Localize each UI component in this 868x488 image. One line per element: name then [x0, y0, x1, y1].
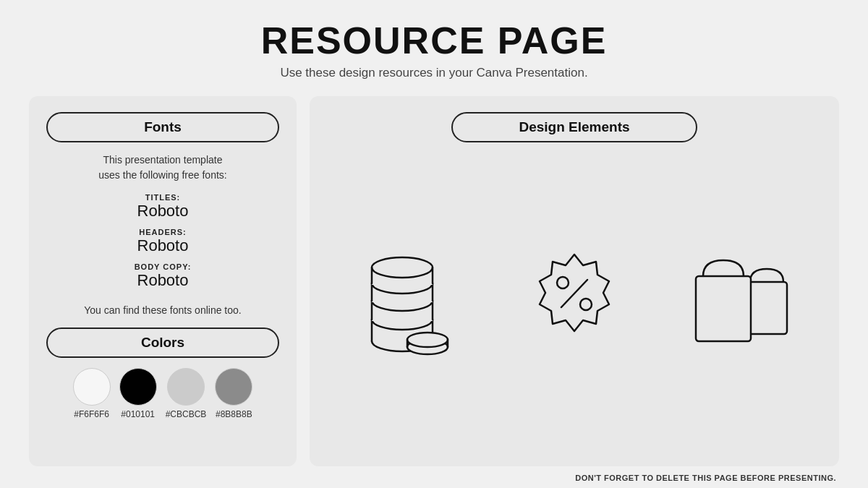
color-hex-2: #CBCBCB [166, 409, 207, 419]
font-entry-headers: HEADERS: Roboto [46, 228, 279, 255]
percent-badge-icon-container [492, 247, 657, 356]
svg-point-23 [580, 299, 592, 310]
page-header: RESOURCE PAGE Use these design resources… [0, 0, 868, 89]
font-entry-body: BODY COPY: Roboto [46, 262, 279, 290]
font-entry-titles: TITLES: Roboto [46, 193, 279, 221]
color-circle-1 [119, 368, 157, 406]
main-content: Fonts This presentation template uses th… [0, 96, 868, 466]
fonts-label: Fonts [46, 112, 279, 142]
footer-note-text: DON'T FORGET TO DELETE THIS PAGE BEFORE … [575, 474, 836, 482]
design-elements-label: Design Elements [451, 112, 697, 142]
colors-label: Colors [46, 328, 279, 358]
svg-rect-13 [372, 267, 433, 285]
fonts-online-note: You can find these fonts online too. [46, 304, 279, 316]
coins-icon [359, 247, 460, 356]
right-panel: Design Elements [310, 96, 839, 466]
color-swatches: #F6F6F6 #010101 #CBCBCB #8B8B8B [46, 368, 279, 419]
svg-line-24 [561, 280, 587, 307]
coins-icon-container [327, 247, 492, 356]
page-subtitle: Use these design resources in your Canva… [0, 66, 868, 80]
color-circle-0 [73, 368, 111, 406]
fonts-description: This presentation template uses the foll… [46, 153, 279, 183]
svg-rect-26 [696, 276, 751, 341]
shopping-bags-icon [681, 247, 797, 356]
percent-badge-icon [524, 247, 625, 356]
color-hex-1: #010101 [121, 409, 155, 419]
color-swatch-3: #8B8B8B [215, 368, 252, 419]
design-elements-icons [327, 153, 822, 450]
color-swatch-2: #CBCBCB [166, 368, 207, 419]
svg-point-18 [407, 333, 448, 347]
color-swatch-1: #010101 [119, 368, 157, 419]
color-circle-3 [215, 368, 252, 406]
page-title: RESOURCE PAGE [0, 20, 868, 61]
svg-point-22 [557, 277, 569, 288]
color-hex-0: #F6F6F6 [74, 409, 109, 419]
footer-note: DON'T FORGET TO DELETE THIS PAGE BEFORE … [0, 466, 868, 488]
color-hex-3: #8B8B8B [216, 409, 252, 419]
color-circle-2 [167, 368, 205, 406]
left-panel: Fonts This presentation template uses th… [29, 96, 297, 466]
shopping-bags-icon-container [657, 247, 822, 356]
color-swatch-0: #F6F6F6 [73, 368, 111, 419]
